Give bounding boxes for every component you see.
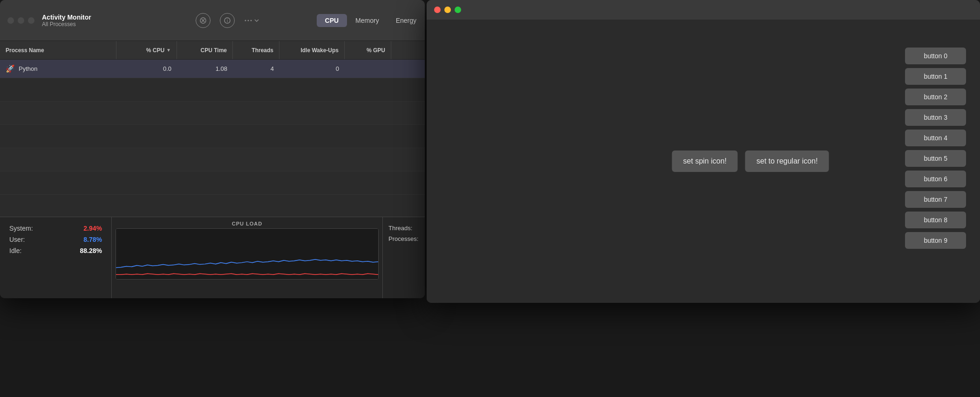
action-buttons: set spin icon! set to regular icon! [672, 151, 829, 172]
button-1[interactable]: button 1 [905, 68, 966, 85]
column-header: Process Name % CPU ▼ CPU Time Threads Id… [0, 41, 425, 60]
empty-row [0, 125, 425, 148]
stat-value-idle: 88.28% [80, 247, 102, 254]
more-icon[interactable] [244, 17, 259, 24]
secondary-window: set spin icon! set to regular icon! butt… [427, 0, 980, 303]
secondary-content: set spin icon! set to regular icon! butt… [427, 20, 980, 303]
button-3[interactable]: button 3 [905, 109, 966, 126]
stat-value-system: 2.94% [83, 225, 102, 232]
stat-row-threads: Threads: [388, 225, 419, 232]
bottom-stats: System: 2.94% User: 8.78% Idle: 88.28% C… [0, 217, 425, 298]
tab-cpu[interactable]: CPU [317, 14, 347, 27]
col-header-process-name[interactable]: Process Name [0, 41, 116, 59]
stat-label-system: System: [9, 225, 33, 232]
stats-left: System: 2.94% User: 8.78% Idle: 88.28% [0, 217, 112, 298]
col-header-cpu-time[interactable]: CPU Time [177, 41, 233, 59]
set-spin-icon-button[interactable]: set spin icon! [672, 151, 738, 172]
maximize-button[interactable] [28, 17, 34, 24]
chart-title: CPU LOAD [116, 221, 379, 226]
stat-row-system: System: 2.94% [9, 225, 102, 232]
col-header-cpu[interactable]: % CPU ▼ [116, 41, 177, 59]
cell-idle-wakeups: 0 [279, 60, 345, 78]
button-9[interactable]: button 9 [905, 232, 966, 249]
title-section: Activity Monitor All Processes [42, 14, 91, 27]
title-bar: Activity Monitor All Processes i CPU Mem… [0, 0, 425, 41]
empty-row [0, 102, 425, 125]
empty-row [0, 148, 425, 171]
cell-gpu [345, 60, 391, 78]
activity-monitor-window: Activity Monitor All Processes i CPU Mem… [0, 0, 425, 298]
secondary-minimize-button[interactable] [444, 7, 451, 13]
toolbar-icons: i [196, 13, 259, 28]
button-2[interactable]: button 2 [905, 89, 966, 105]
stat-row-user: User: 8.78% [9, 236, 102, 243]
cell-threads: 4 [233, 60, 279, 78]
button-4[interactable]: button 4 [905, 130, 966, 146]
col-header-gpu[interactable]: % GPU [345, 41, 391, 59]
stat-row-idle: Idle: 88.28% [9, 247, 102, 254]
minimize-button[interactable] [18, 17, 24, 24]
button-6[interactable]: button 6 [905, 171, 966, 187]
secondary-title-bar [427, 0, 980, 20]
stat-label-user: User: [9, 236, 25, 243]
process-icon: 🚀 [6, 64, 15, 74]
window-controls [7, 17, 34, 24]
window-subtitle: All Processes [42, 21, 91, 27]
svg-point-5 [245, 20, 246, 21]
stat-value-user: 8.78% [83, 236, 102, 243]
set-regular-icon-button[interactable]: set to regular icon! [745, 151, 829, 172]
svg-point-7 [251, 20, 252, 21]
svg-text:i: i [227, 18, 228, 23]
svg-rect-8 [116, 229, 378, 279]
stat-label-idle: Idle: [9, 247, 21, 254]
empty-row [0, 171, 425, 195]
chart-area: CPU LOAD [112, 217, 383, 298]
cell-cpu: 0.0 [116, 60, 177, 78]
button-7[interactable]: button 7 [905, 191, 966, 208]
tab-energy[interactable]: Energy [388, 14, 425, 27]
window-title: Activity Monitor [42, 14, 91, 21]
tab-memory[interactable]: Memory [347, 14, 388, 27]
cell-cpu-time: 1.08 [177, 60, 233, 78]
stat-row-processes: Processes: [388, 235, 419, 242]
process-list: 🚀 Python 0.0 1.08 4 0 [0, 60, 425, 195]
col-header-threads[interactable]: Threads [233, 41, 279, 59]
tab-bar: CPU Memory Energy [317, 14, 425, 27]
close-button[interactable] [7, 17, 14, 24]
cpu-load-chart [116, 228, 379, 280]
sort-arrow-icon: ▼ [166, 48, 171, 53]
svg-point-6 [248, 20, 249, 21]
button-0[interactable]: button 0 [905, 48, 966, 64]
button-5[interactable]: button 5 [905, 150, 966, 167]
stop-icon[interactable] [196, 13, 211, 28]
table-row[interactable]: 🚀 Python 0.0 1.08 4 0 [0, 60, 425, 78]
stats-right: Threads: Processes: [383, 217, 425, 298]
button-8[interactable]: button 8 [905, 212, 966, 228]
secondary-close-button[interactable] [434, 7, 441, 13]
info-icon[interactable]: i [220, 13, 235, 28]
buttons-panel: button 0 button 1 button 2 button 3 butt… [905, 48, 966, 249]
empty-row [0, 78, 425, 102]
stat-label-processes: Processes: [388, 235, 418, 242]
secondary-maximize-button[interactable] [455, 7, 461, 13]
col-header-idle-wakeups[interactable]: Idle Wake-Ups [279, 41, 345, 59]
cell-process-name: 🚀 Python [0, 60, 116, 78]
stat-label-threads: Threads: [388, 225, 412, 232]
